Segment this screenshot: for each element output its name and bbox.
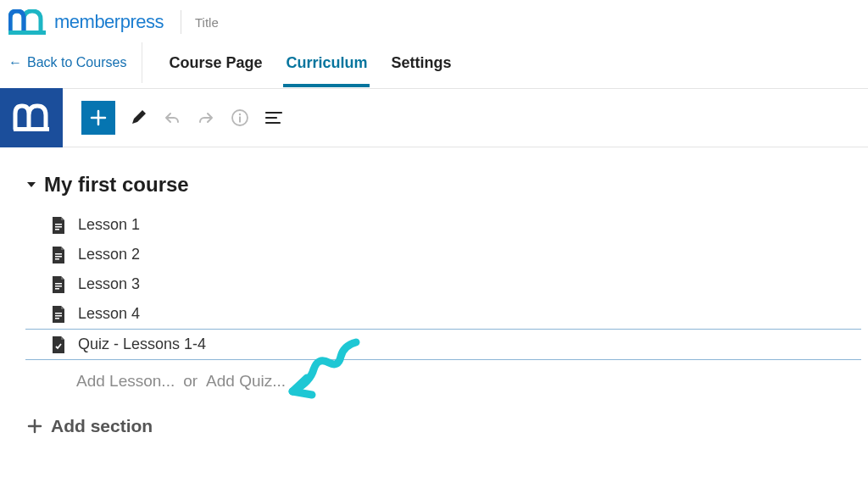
pencil-icon xyxy=(129,108,147,127)
back-link-label: Back to Courses xyxy=(27,55,126,70)
editor-toolbar-row xyxy=(0,88,868,147)
lesson-label: Lesson 4 xyxy=(78,305,140,323)
section-header[interactable]: My first course xyxy=(25,173,868,197)
info-button[interactable] xyxy=(229,107,251,129)
lesson-label: Lesson 1 xyxy=(78,216,140,234)
svg-rect-1 xyxy=(14,127,49,131)
document-icon xyxy=(51,247,66,263)
svg-rect-11 xyxy=(55,283,62,285)
plus-icon xyxy=(89,108,108,127)
svg-rect-10 xyxy=(55,258,59,260)
page-title-placeholder[interactable]: Title xyxy=(195,15,219,30)
add-lesson-link[interactable]: Add Lesson... xyxy=(76,372,175,391)
tab-curriculum[interactable]: Curriculum xyxy=(283,39,370,87)
redo-button[interactable] xyxy=(195,107,217,129)
svg-rect-9 xyxy=(55,256,62,258)
document-icon xyxy=(51,276,66,293)
edit-button[interactable] xyxy=(127,107,149,129)
svg-rect-7 xyxy=(55,229,59,230)
svg-rect-4 xyxy=(239,117,241,123)
divider xyxy=(181,10,181,34)
tab-course-page[interactable]: Course Page xyxy=(166,39,264,87)
lesson-item[interactable]: Lesson 2 xyxy=(25,240,868,269)
redo-icon xyxy=(196,109,216,126)
lesson-item[interactable]: Lesson 1 xyxy=(25,210,868,240)
add-links-row: Add Lesson... or Add Quiz... xyxy=(25,360,868,402)
memberpress-logo-icon xyxy=(8,9,47,35)
svg-rect-12 xyxy=(55,286,62,287)
outline-button[interactable] xyxy=(263,107,285,129)
svg-rect-6 xyxy=(55,226,62,228)
back-to-courses-link[interactable]: ← Back to Courses xyxy=(0,42,142,83)
nav-row: ← Back to Courses Course Page Curriculum… xyxy=(0,37,868,88)
lesson-label: Lesson 3 xyxy=(78,275,140,293)
lesson-label: Lesson 2 xyxy=(78,246,140,263)
quiz-label: Quiz - Lessons 1-4 xyxy=(78,336,206,353)
svg-rect-15 xyxy=(55,315,62,317)
quiz-icon xyxy=(51,336,66,353)
tabs: Course Page Curriculum Settings xyxy=(166,39,453,87)
svg-rect-0 xyxy=(8,30,46,35)
app-badge[interactable] xyxy=(0,88,63,147)
section-title: My first course xyxy=(44,173,189,197)
lessons-list: Lesson 1 Lesson 2 Lesson 3 Lesson 4 Quiz… xyxy=(25,210,868,402)
document-icon xyxy=(51,217,66,234)
arrow-left-icon: ← xyxy=(8,55,22,70)
editor-toolbar xyxy=(63,101,285,135)
caret-down-icon xyxy=(25,179,37,191)
svg-rect-16 xyxy=(55,318,59,319)
add-section-label: Add section xyxy=(51,416,153,436)
svg-rect-8 xyxy=(55,253,62,255)
svg-point-3 xyxy=(239,114,241,115)
add-section-button[interactable]: Add section xyxy=(25,402,868,436)
brand-logo: memberpress xyxy=(8,9,164,35)
quiz-item[interactable]: Quiz - Lessons 1-4 xyxy=(25,330,868,359)
document-icon xyxy=(51,306,66,323)
brand-name: memberpress xyxy=(54,11,164,33)
svg-rect-13 xyxy=(55,288,59,290)
top-bar: memberpress Title xyxy=(0,0,868,37)
info-icon xyxy=(231,108,249,127)
lesson-item[interactable]: Lesson 3 xyxy=(25,269,868,299)
plus-icon xyxy=(27,419,42,434)
list-icon xyxy=(264,111,283,125)
svg-rect-14 xyxy=(55,313,62,314)
undo-button[interactable] xyxy=(161,107,183,129)
lesson-item[interactable]: Lesson 4 xyxy=(25,299,868,329)
m-logo-icon xyxy=(13,103,50,132)
add-block-button[interactable] xyxy=(81,101,115,135)
tab-settings[interactable]: Settings xyxy=(388,39,453,87)
add-quiz-link[interactable]: Add Quiz... xyxy=(206,372,286,391)
undo-icon xyxy=(162,109,182,126)
or-separator: or xyxy=(183,372,198,391)
curriculum-content: My first course Lesson 1 Lesson 2 Lesson… xyxy=(0,147,868,436)
svg-rect-5 xyxy=(55,224,62,225)
